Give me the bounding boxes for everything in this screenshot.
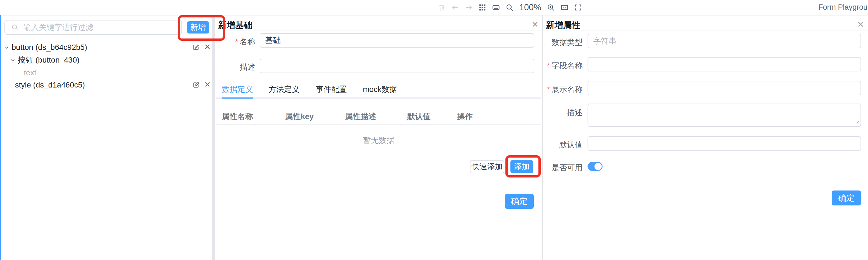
attr-dialog-title: 新增属性 [546, 20, 580, 31]
tree-node-label: text [24, 68, 36, 77]
attr-dialog-confirm-button[interactable]: 确定 [832, 190, 861, 206]
app-root: 100% Form Playground F 新增 button (ds_b64… [0, 0, 868, 260]
display-name-label: * 展示名称 [542, 84, 583, 95]
tree-row-button[interactable]: button (ds_b64c92b5) [0, 41, 212, 53]
name-input[interactable] [260, 33, 534, 48]
tab-event-config[interactable]: 事件配置 [316, 84, 347, 95]
base-dialog-confirm-button[interactable]: 确定 [505, 194, 534, 209]
close-icon[interactable]: ✕ [204, 81, 211, 88]
enabled-label: 是否可用 [542, 162, 583, 173]
field-name-label: * 字段名称 [542, 60, 583, 71]
search-input[interactable] [23, 23, 181, 32]
zoom-in-icon[interactable] [547, 3, 555, 12]
empty-state-text: 暂无数据 [216, 135, 541, 146]
tree-node-label: 按钮 (button_430) [18, 55, 80, 65]
column-header-actions: 操作 [457, 111, 473, 122]
search-icon [11, 24, 19, 31]
quick-add-button[interactable]: 快速添加 [470, 160, 504, 173]
panel-layout-icon[interactable] [560, 3, 569, 12]
enabled-toggle[interactable] [588, 162, 602, 171]
required-asterisk: * [235, 37, 238, 46]
attr-desc-textarea-wrap [588, 104, 861, 127]
display-name-input[interactable] [588, 81, 861, 95]
tab-data-definition[interactable]: 数据定义 [222, 84, 253, 95]
annotation-rect-add-row-button [505, 155, 541, 178]
desc-input[interactable] [260, 59, 534, 73]
close-icon[interactable]: ✕ [531, 21, 538, 29]
column-header-attr-desc: 属性描述 [345, 111, 376, 122]
edit-icon[interactable] [192, 81, 200, 89]
attr-dialog-header-divider [542, 30, 868, 31]
top-toolbar [0, 0, 868, 15]
annotation-rect-add-button [178, 15, 225, 41]
tab-active-indicator [222, 98, 253, 99]
data-type-label: 数据类型 [542, 37, 583, 48]
delete-icon[interactable] [437, 3, 446, 12]
required-asterisk: * [547, 61, 550, 70]
canvas-tool-group: 100% [437, 0, 583, 15]
desc-field-label: 描述 [215, 62, 255, 73]
default-value-label: 默认值 [542, 140, 583, 150]
tree-node-label: button (ds_b64c92b5) [12, 43, 87, 52]
close-icon[interactable]: ✕ [857, 21, 864, 29]
redo-arrow-icon[interactable] [464, 3, 473, 12]
base-dialog-header-divider [215, 30, 542, 31]
tree-row-anniu[interactable]: 按钮 (button_430) [0, 54, 212, 66]
tree-node-label: style (ds_d1a460c5) [15, 81, 85, 89]
panel-splitter [212, 15, 215, 260]
resize-grip-icon[interactable] [855, 120, 859, 125]
tab-track [216, 98, 541, 99]
edit-icon[interactable] [192, 43, 200, 51]
tree-row-text[interactable]: text [0, 67, 212, 79]
close-icon[interactable]: ✕ [204, 43, 211, 51]
tab-mock-data[interactable]: mock数据 [363, 84, 397, 95]
default-value-input[interactable] [588, 136, 861, 151]
zoom-level-value: 100% [519, 2, 542, 12]
required-asterisk: * [547, 85, 550, 94]
attr-desc-textarea[interactable] [588, 104, 861, 127]
column-header-attr-name: 属性名称 [222, 111, 253, 122]
keyboard-icon[interactable] [492, 3, 500, 12]
chevron-down-icon[interactable] [3, 44, 10, 51]
tab-method-definition[interactable]: 方法定义 [269, 84, 300, 95]
toggle-knob [594, 163, 602, 170]
tree-row-style[interactable]: style (ds_d1a460c5) [0, 79, 212, 91]
middle-right-divider [542, 15, 542, 260]
column-header-default: 默认值 [407, 111, 431, 122]
grid-icon[interactable] [478, 3, 487, 12]
app-title: Form Playground F [818, 3, 868, 12]
column-header-attr-key: 属性key [285, 111, 314, 122]
attr-desc-label: 描述 [542, 107, 583, 118]
zoom-out-icon[interactable] [505, 3, 514, 12]
fullscreen-icon[interactable] [574, 3, 583, 12]
field-name-input[interactable] [588, 57, 861, 71]
data-type-select[interactable] [588, 34, 861, 48]
chevron-down-icon[interactable] [9, 57, 16, 64]
undo-arrow-icon[interactable] [451, 3, 460, 12]
table-header-divider [216, 124, 541, 124]
tree-search-box [4, 20, 182, 35]
